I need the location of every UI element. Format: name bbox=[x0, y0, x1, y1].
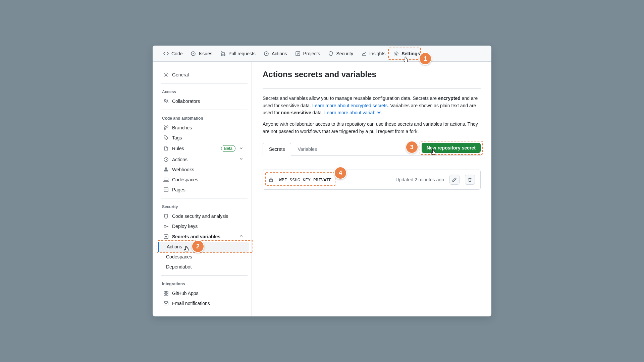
codespaces-icon bbox=[163, 177, 169, 182]
sidebar-item-label: Collaborators bbox=[172, 99, 200, 104]
divider bbox=[161, 275, 248, 276]
svg-point-8 bbox=[165, 74, 167, 76]
annotation-badge-3: 3 bbox=[406, 141, 418, 154]
sidebar-item-general[interactable]: General bbox=[158, 70, 249, 80]
sidebar-item-label: General bbox=[172, 72, 189, 77]
tab-issues-label: Issues bbox=[199, 51, 212, 56]
github-settings-window: Code Issues Pull requests Actions Projec… bbox=[153, 46, 491, 316]
sidebar-item-label: GitHub Apps bbox=[172, 291, 199, 296]
svg-point-1 bbox=[193, 53, 194, 54]
sidebar-item-label: Pages bbox=[172, 187, 185, 192]
sidebar-item-label: Secrets and variables bbox=[172, 234, 220, 239]
sidebar-subitem-dependabot[interactable]: Dependabot bbox=[158, 262, 249, 272]
sidebar-item-label: Branches bbox=[172, 125, 192, 130]
tab-pull-requests-label: Pull requests bbox=[228, 51, 256, 56]
sidebar-item-label: Tags bbox=[172, 135, 182, 140]
beta-badge: Beta bbox=[221, 145, 235, 152]
sidebar-item-codesec[interactable]: Code security and analysis bbox=[158, 211, 249, 221]
sidebar-item-codespaces[interactable]: Codespaces bbox=[158, 175, 249, 185]
svg-point-9 bbox=[165, 100, 166, 101]
sidebar-item-github-apps[interactable]: GitHub Apps bbox=[158, 288, 249, 298]
sidebar-item-label: Codespaces bbox=[172, 177, 198, 182]
tab-security-label: Security bbox=[336, 51, 353, 56]
tab-settings-label: Settings bbox=[401, 51, 420, 56]
description-2: Anyone with collaborator access to this … bbox=[263, 121, 481, 135]
sidebar-header-security: Security bbox=[157, 202, 252, 211]
divider bbox=[161, 83, 248, 83]
webhook-icon bbox=[163, 167, 169, 172]
sidebar-subitem-codespaces[interactable]: Codespaces bbox=[158, 252, 249, 262]
svg-point-10 bbox=[164, 126, 165, 127]
new-repository-secret-button[interactable]: New repository secret bbox=[422, 143, 481, 153]
sidebar-item-secrets-variables[interactable]: Secrets and variables bbox=[158, 231, 249, 242]
issue-icon bbox=[191, 51, 196, 56]
sidebar-item-label: Deploy keys bbox=[172, 224, 198, 229]
svg-point-3 bbox=[221, 54, 222, 56]
pencil-icon bbox=[452, 177, 457, 182]
svg-rect-23 bbox=[166, 291, 168, 293]
learn-more-variables-link[interactable]: Learn more about variables bbox=[324, 110, 381, 115]
asterisk-icon bbox=[163, 234, 169, 239]
secret-updated: Updated 2 minutes ago bbox=[395, 177, 444, 182]
sidebar-item-webhooks[interactable]: Webhooks bbox=[158, 165, 249, 175]
svg-rect-24 bbox=[164, 294, 166, 295]
body-wrap: General Access Collaborators Code and au… bbox=[153, 62, 491, 316]
sidebar-item-label: Rules bbox=[172, 146, 184, 151]
svg-point-2 bbox=[221, 52, 222, 53]
edit-secret-button[interactable] bbox=[449, 175, 460, 185]
tab-settings[interactable]: Settings bbox=[391, 48, 423, 59]
svg-rect-19 bbox=[164, 188, 168, 192]
sidebar-item-pages[interactable]: Pages bbox=[158, 185, 249, 195]
tab-variables[interactable]: Variables bbox=[291, 143, 323, 156]
sidebar-item-label: Webhooks bbox=[172, 167, 194, 172]
gear-icon bbox=[393, 51, 399, 56]
chevron-up-icon bbox=[239, 234, 244, 239]
sidebar-item-rules[interactable]: Rules Beta bbox=[158, 143, 249, 154]
svg-rect-27 bbox=[270, 179, 273, 182]
sidebar-item-label: Actions bbox=[172, 157, 187, 162]
rules-icon bbox=[163, 146, 169, 151]
tab-code[interactable]: Code bbox=[161, 48, 185, 59]
description-1: Secrets and variables allow you to manag… bbox=[263, 95, 481, 117]
svg-rect-22 bbox=[164, 291, 166, 293]
svg-point-7 bbox=[395, 53, 397, 54]
secret-row: WPE_SSHG_KEY_PRIVATE 4 Updated 2 minutes… bbox=[263, 170, 481, 190]
pull-request-icon bbox=[220, 51, 226, 56]
sidebar-item-label: Code security and analysis bbox=[172, 214, 228, 219]
main-content: Actions secrets and variables Secrets an… bbox=[252, 62, 491, 316]
sidebar-item-email-notifications[interactable]: Email notifications bbox=[158, 298, 249, 308]
tab-secrets[interactable]: Secrets bbox=[263, 143, 291, 156]
divider bbox=[161, 110, 248, 110]
sidebar-subitem-actions[interactable]: Actions bbox=[158, 242, 249, 252]
sidebar-item-deploy-keys[interactable]: Deploy keys bbox=[158, 221, 249, 231]
svg-point-13 bbox=[165, 136, 165, 137]
delete-secret-button[interactable] bbox=[465, 175, 475, 185]
svg-rect-26 bbox=[164, 302, 168, 305]
svg-point-12 bbox=[167, 126, 168, 127]
svg-point-17 bbox=[165, 168, 167, 169]
svg-point-11 bbox=[164, 128, 165, 130]
tab-insights[interactable]: Insights bbox=[359, 48, 388, 59]
tab-security[interactable]: Security bbox=[325, 48, 356, 59]
trash-icon bbox=[468, 177, 472, 182]
play-icon bbox=[264, 51, 269, 56]
tab-issues[interactable]: Issues bbox=[188, 48, 215, 59]
sidebar-item-tags[interactable]: Tags bbox=[158, 133, 249, 143]
sidebar-item-branches[interactable]: Branches bbox=[158, 123, 249, 133]
tab-projects[interactable]: Projects bbox=[292, 48, 323, 59]
tab-pull-requests[interactable]: Pull requests bbox=[218, 48, 258, 59]
sidebar-item-collaborators[interactable]: Collaborators bbox=[158, 96, 249, 106]
sidebar-item-actions[interactable]: Actions bbox=[158, 154, 249, 165]
tab-actions-label: Actions bbox=[272, 51, 287, 56]
divider bbox=[161, 198, 248, 198]
tab-insights-label: Insights bbox=[369, 51, 385, 56]
branch-icon bbox=[163, 125, 169, 130]
code-icon bbox=[163, 51, 169, 56]
sidebar-header-access: Access bbox=[157, 87, 252, 96]
annotation-badge-4: 4 bbox=[334, 167, 347, 179]
tab-actions[interactable]: Actions bbox=[261, 48, 290, 59]
learn-more-secrets-link[interactable]: Learn more about encrypted secrets bbox=[312, 103, 388, 108]
repo-top-nav: Code Issues Pull requests Actions Projec… bbox=[153, 46, 491, 62]
svg-point-4 bbox=[224, 54, 225, 56]
projects-icon bbox=[295, 51, 301, 56]
